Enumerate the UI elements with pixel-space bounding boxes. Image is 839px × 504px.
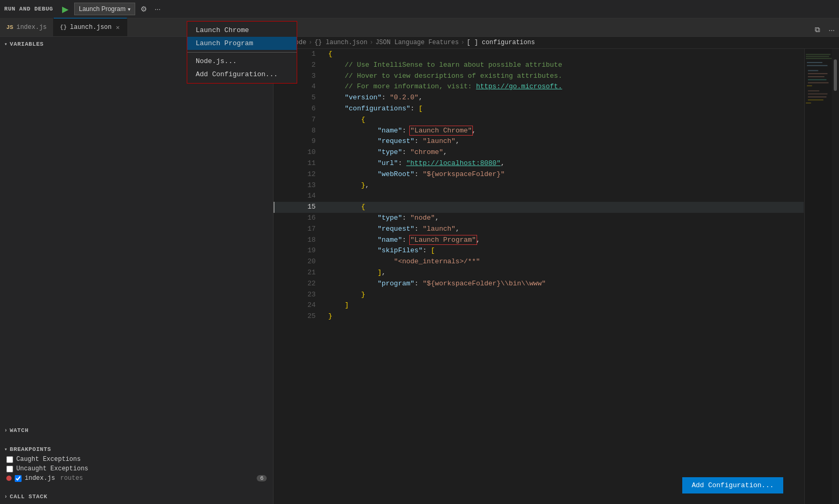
line-content: "request": "launch",	[324, 224, 804, 235]
more-button[interactable]: ···	[153, 4, 163, 14]
tab-label-index-js: index.js	[16, 24, 47, 31]
line-content: "<node_internals>/**"	[324, 256, 804, 268]
breakpoints-header[interactable]: ▾ BREAKPOINTS	[0, 444, 273, 455]
svg-rect-3	[807, 62, 822, 63]
svg-rect-4	[807, 65, 827, 66]
line-content: "url": "http://localhost:8080",	[324, 158, 804, 169]
token: // Use IntelliSense to learn about possi…	[328, 61, 562, 69]
breadcrumb-json-language: JSON Language Features	[376, 39, 459, 46]
dropdown-menu: Launch Chrome Launch Program Node.js... …	[187, 21, 297, 84]
tab-close-button[interactable]: ✕	[115, 23, 120, 32]
debug-config-dropdown[interactable]: Launch Program ▾	[74, 3, 135, 15]
add-configuration-button[interactable]: Add Configuration...	[682, 477, 783, 493]
breakpoints-chevron: ▾	[4, 446, 8, 452]
scroll-track[interactable]	[832, 49, 839, 504]
code-editor[interactable]: 1 { 2 // Use IntelliSense to learn about…	[274, 49, 804, 504]
token: :	[415, 137, 423, 145]
scroll-thumb[interactable]	[834, 59, 837, 91]
tab-launch-json[interactable]: {} launch.json ✕	[54, 18, 128, 36]
token: "type"	[378, 214, 402, 222]
minimap-svg	[805, 49, 832, 504]
table-row: 13 },	[274, 180, 804, 191]
line-content: "skipFiles": [	[324, 245, 804, 256]
dropdown-item-add-configuration[interactable]: Add Configuration...	[187, 68, 297, 81]
variables-spacer	[0, 52, 273, 419]
variables-chevron: ▾	[4, 41, 8, 47]
token	[328, 116, 361, 124]
debug-config-dropdown-wrapper: Launch Program ▾ Launch Chrome Launch Pr…	[74, 3, 135, 15]
table-row: 18 "name": "Launch Program",	[274, 235, 804, 246]
token: :	[402, 214, 410, 222]
token: // For more information, visit:	[328, 83, 476, 90]
dropdown-item-launch-chrome[interactable]: Launch Chrome	[187, 24, 297, 37]
token: {	[361, 203, 365, 211]
svg-rect-5	[808, 70, 818, 71]
token: ,	[365, 181, 369, 189]
token: ,	[435, 214, 439, 222]
svg-rect-13	[808, 96, 826, 97]
token: ,	[476, 236, 480, 244]
token	[328, 269, 378, 276]
token	[328, 94, 345, 101]
json-file-icon: {}	[60, 24, 67, 30]
svg-rect-15	[806, 102, 811, 104]
breakpoint-checkbox[interactable]	[15, 475, 22, 482]
token	[328, 280, 378, 287]
split-editor-button[interactable]: ⧉	[811, 23, 824, 36]
caught-exceptions-checkbox[interactable]	[6, 456, 13, 463]
watch-section: › WATCH	[0, 423, 273, 438]
token	[328, 170, 378, 178]
gear-button[interactable]: ⚙	[138, 4, 149, 14]
watch-header[interactable]: › WATCH	[0, 425, 273, 436]
dropdown-item-nodejs[interactable]: Node.js...	[187, 55, 297, 68]
svg-rect-7	[808, 76, 824, 77]
svg-rect-14	[808, 99, 823, 100]
table-row: 10 "type": "chrome",	[274, 147, 804, 158]
line-number: 16	[274, 213, 324, 224]
tab-index-js[interactable]: JS index.js	[0, 18, 54, 36]
token: "webRoot"	[378, 170, 415, 178]
line-content: "request": "launch",	[324, 136, 804, 147]
token: ,	[456, 137, 460, 145]
uncaught-exceptions-checkbox[interactable]	[6, 466, 13, 472]
callstack-header[interactable]: › CALL STACK	[0, 491, 273, 502]
token: "Launch Chrome"	[410, 127, 472, 135]
token: "${workspaceFolder}"	[422, 170, 504, 178]
table-row: 21 ],	[274, 268, 804, 279]
table-row: 3 // Hover to view descriptions of exist…	[274, 71, 804, 82]
minimap	[804, 49, 832, 504]
token: "request"	[378, 225, 415, 233]
token	[328, 236, 378, 244]
tabs-bar: JS index.js {} launch.json ✕ ⧉ ···	[0, 18, 839, 37]
sidebar: ▾ VARIABLES › WATCH ▾ BREAKPOINTS Caught…	[0, 37, 274, 504]
token	[328, 301, 345, 309]
token	[328, 181, 361, 189]
caught-exceptions-label: Caught Exceptions	[16, 456, 80, 463]
callstack-label: CALL STACK	[10, 493, 48, 500]
line-content: "name": "Launch Program",	[324, 235, 804, 246]
line-content: "program": "${workspaceFolder}\\bin\\www…	[324, 279, 804, 290]
token: :	[402, 127, 410, 135]
dropdown-item-launch-program[interactable]: Launch Program	[187, 37, 297, 50]
table-row: 5 "version": "0.2.0",	[274, 92, 804, 104]
line-content: // For more information, visit: https://…	[324, 81, 804, 92]
token: "url"	[378, 159, 398, 167]
line-number: 25	[274, 311, 324, 322]
token: // Hover to view descriptions of existin…	[328, 72, 562, 80]
tabs-more-button[interactable]: ···	[824, 24, 839, 36]
play-button[interactable]: ▶	[59, 3, 71, 15]
js-file-icon: JS	[6, 24, 13, 30]
token	[328, 203, 361, 211]
line-number: 22	[274, 279, 324, 290]
dropdown-separator	[187, 52, 297, 53]
line-number: 11	[274, 158, 324, 169]
dropdown-label: Launch Program	[79, 5, 126, 13]
token	[328, 291, 361, 299]
line-content: {	[324, 202, 804, 213]
breakpoints-label: BREAKPOINTS	[10, 446, 52, 452]
token	[328, 148, 378, 156]
token: "program"	[378, 280, 415, 287]
table-row: 12 "webRoot": "${workspaceFolder}"	[274, 169, 804, 180]
table-row: 23 }	[274, 290, 804, 301]
svg-rect-8	[808, 79, 826, 80]
